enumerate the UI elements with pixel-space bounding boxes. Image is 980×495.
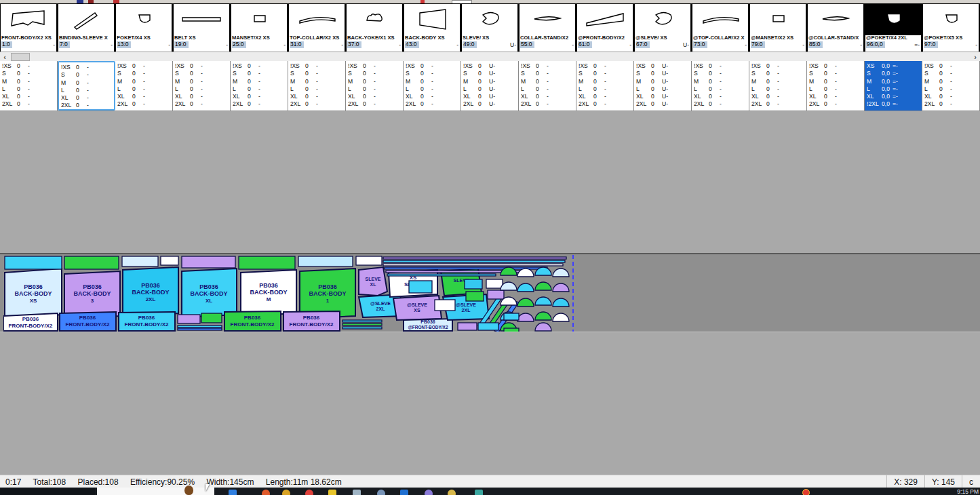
sleeve-icon[interactable] [635,4,690,35]
top-collar-icon[interactable] [692,4,748,35]
size-line[interactable]: L0U- [463,85,516,93]
size-line[interactable]: XL0- [117,93,170,100]
marker-piece-small[interactable] [535,297,551,305]
size-line[interactable]: M0- [924,78,977,85]
size-line[interactable]: M0- [61,79,112,87]
marker-piece-small[interactable] [64,256,119,269]
back-yoke-icon[interactable] [347,4,402,35]
size-line[interactable]: M0- [175,78,228,85]
size-line[interactable]: M0- [809,78,862,85]
piece-cell[interactable]: @POKET/X4 2XL96:0,0=- [865,4,922,52]
app-icon-blue2[interactable] [400,490,408,495]
piece-cell[interactable]: @MANSET/X2 XS79:0- [749,4,807,52]
size-line[interactable]: L0- [233,85,286,93]
marker-piece-small[interactable] [201,313,222,323]
top-collar-icon[interactable] [289,4,345,35]
marker-piece-small[interactable] [553,283,569,292]
marker-piece-small[interactable] [342,323,382,325]
size-line[interactable]: !XS0- [117,62,170,70]
size-line[interactable]: M0- [117,78,170,85]
piece-cell[interactable]: FRONT-BODY/X2 XS1:0- [0,4,58,52]
size-line[interactable]: XL0- [521,93,574,100]
size-cell[interactable]: !XS0-S0-M0-L0-XL0-2XL0- [58,61,115,111]
size-line[interactable]: 2XL0- [809,100,862,108]
size-line[interactable]: 2XL0- [521,100,574,108]
marker-piece-small[interactable] [178,325,222,328]
size-line[interactable]: XL0- [579,93,631,100]
marker-piece-small[interactable] [535,323,551,331]
size-line[interactable]: L0- [521,85,574,93]
size-line[interactable]: S0- [2,70,55,77]
size-line[interactable]: 2XL0- [2,100,55,108]
notification-icon[interactable] [802,489,810,495]
size-line[interactable]: XL0- [290,93,343,100]
size-line[interactable]: !XS0- [406,62,458,70]
size-line[interactable]: S0U- [636,70,689,77]
size-cell[interactable]: !XS0-S0-M0-L0-XL0-2XL0- [692,61,749,111]
size-line[interactable]: !XS0- [579,62,631,70]
piece-cell[interactable]: @POKET/X5 XS97:0- [922,4,980,52]
marker-piece-small[interactable] [535,312,551,320]
back-body-icon[interactable] [404,4,460,35]
belt-icon[interactable] [174,4,229,35]
size-line[interactable]: !XS0U- [463,62,516,70]
size-line[interactable]: L0- [579,85,631,93]
size-line[interactable]: L0- [406,85,458,93]
size-line[interactable]: !XS0- [175,62,228,70]
front-body-icon[interactable] [1,4,56,35]
size-line[interactable]: 2XL0U- [636,100,689,108]
size-line[interactable]: L0- [2,85,55,93]
size-line[interactable]: XL0- [348,93,401,100]
collar-stand-icon[interactable] [520,4,575,35]
size-line[interactable]: XL0- [61,94,112,102]
marker-piece-small[interactable] [383,260,565,262]
size-line[interactable]: !XS0- [290,62,343,70]
size-cell[interactable]: !XS0-S0-M0-L0-XL0-2XL0- [922,61,980,111]
marker-piece[interactable] [359,267,387,296]
scroll-left-icon[interactable]: ‹ [0,53,9,62]
marker-piece-small[interactable] [178,328,222,330]
size-line[interactable]: M0,0=- [867,78,920,85]
size-line[interactable]: 2XL0- [579,100,631,108]
scrollbar-thumb[interactable] [11,53,30,61]
size-line[interactable]: S0,0=- [867,70,920,77]
size-line[interactable]: XL0,0=- [867,93,920,100]
app-icon-gray[interactable] [353,490,361,495]
size-line[interactable]: 2XL0- [924,100,977,108]
size-line[interactable]: M0- [694,78,747,85]
size-line[interactable]: !2XL0,0=- [867,100,920,108]
marker-piece-small[interactable] [458,323,477,330]
size-cell[interactable]: !XS0-S0-M0-L0-XL0-2XL0- [576,61,634,111]
marker-piece-small[interactable] [383,257,566,259]
start-button[interactable] [0,488,95,495]
size-cell[interactable]: !XS0-S0-M0-L0-XL0-2XL0- [749,61,807,111]
app-icon-gold2[interactable] [448,490,456,495]
size-line[interactable]: XL0U- [463,93,516,100]
marker-piece-small[interactable] [5,256,62,269]
marker-band[interactable]: PB036BACK-BODYXSPB036BACK-BODY3PB036BACK… [0,253,980,332]
size-line[interactable]: L0- [290,85,343,93]
piece-cell[interactable]: SLEVE/ XS49:0U- [461,4,519,52]
size-line[interactable]: 2XL0- [61,102,112,109]
size-line[interactable]: XL0- [406,93,458,100]
size-line[interactable]: L0U- [636,85,689,93]
size-line[interactable]: M0- [579,78,631,85]
size-line[interactable]: !XS0- [2,62,55,70]
size-line[interactable]: XL0- [233,93,286,100]
pocket-icon[interactable] [116,4,172,35]
pocket-icon[interactable] [923,4,979,35]
size-line[interactable]: M0- [751,78,804,85]
size-line[interactable]: XL0- [694,93,747,100]
size-line[interactable]: 2XL0U- [463,100,516,108]
size-line[interactable]: !XS0- [809,62,862,70]
size-line[interactable]: S0- [406,70,458,77]
size-line[interactable]: M0U- [463,78,516,85]
size-cell[interactable]: !XS0-S0-M0-L0-XL0-2XL0- [173,61,231,111]
size-line[interactable]: S0- [521,70,574,77]
size-line[interactable]: 2XL0- [406,100,458,108]
marker-piece-small[interactable] [478,323,498,330]
marker-piece-small[interactable] [517,283,534,292]
size-line[interactable]: !XS0- [751,62,804,70]
scroll-right-icon[interactable]: › [971,53,980,62]
size-line[interactable]: 2XL0- [290,100,343,108]
